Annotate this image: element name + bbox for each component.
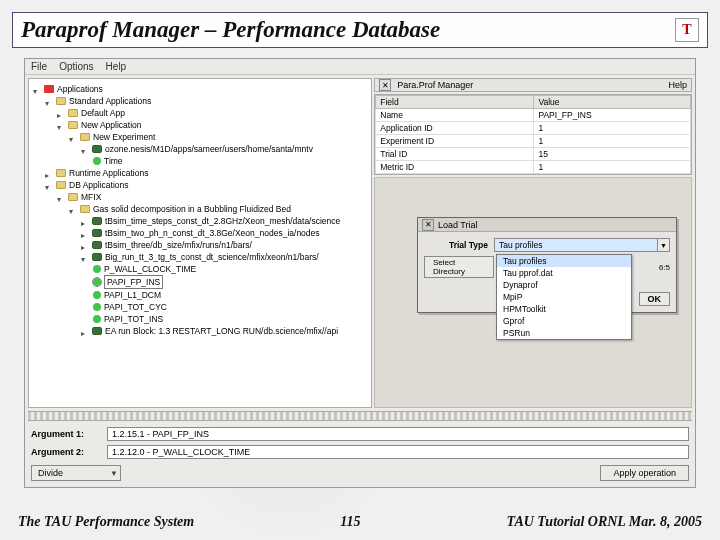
db-icon <box>92 241 102 249</box>
arg1-input[interactable] <box>107 427 689 441</box>
twisty-icon[interactable] <box>81 253 89 261</box>
metric-dot-icon <box>93 265 101 273</box>
metric-dot-icon <box>93 291 101 299</box>
table-row: NamePAPI_FP_INS <box>376 109 691 122</box>
col-value[interactable]: Value <box>534 96 691 109</box>
trial-type-dropdown[interactable]: Tau profiles Tau pprof.dat Dynaprof MpiP… <box>496 254 632 340</box>
folder-icon <box>68 193 78 201</box>
tree-node[interactable]: tBsim_time_steps_const_dt_2.8GHz/Xeon_me… <box>105 215 340 227</box>
menu-help[interactable]: Help <box>106 61 127 72</box>
footer-left: The TAU Performance System <box>18 514 194 530</box>
dropdown-option[interactable]: PSRun <box>497 327 631 339</box>
folder-icon <box>56 97 66 105</box>
twisty-icon[interactable] <box>81 327 89 335</box>
tree-node[interactable]: ozone.nesis/M1D/apps/sameer/users/home/s… <box>105 143 313 155</box>
select-directory-button[interactable]: Select Directory <box>424 256 494 278</box>
db-icon <box>92 217 102 225</box>
tree-node[interactable]: MFIX <box>81 191 101 203</box>
tree-node[interactable]: DB Applications <box>69 179 129 191</box>
metric-dot-icon <box>93 157 101 165</box>
twisty-icon[interactable] <box>69 133 77 141</box>
db-icon <box>92 253 102 261</box>
folder-icon <box>56 169 66 177</box>
tree-node[interactable]: Gas solid decomposition in a Bubbling Fl… <box>93 203 291 215</box>
dropdown-option[interactable]: Tau pprof.dat <box>497 267 631 279</box>
tree-node[interactable]: New Application <box>81 119 141 131</box>
folder-icon <box>68 109 78 117</box>
slide-title-bar: Paraprof Manager – Performance Database … <box>12 12 708 48</box>
db-icon <box>92 327 102 335</box>
tree-node[interactable]: EA run Block: 1.3 RESTART_LONG RUN/db.sc… <box>105 325 338 337</box>
tree-leaf[interactable]: P_WALL_CLOCK_TIME <box>104 263 196 275</box>
twisty-icon[interactable] <box>45 181 53 189</box>
twisty-icon[interactable] <box>57 109 65 117</box>
table-row: Trial ID15 <box>376 148 691 161</box>
resize-separator[interactable] <box>28 411 692 421</box>
trial-type-label: Trial Type <box>424 240 488 250</box>
col-field[interactable]: Field <box>376 96 534 109</box>
screenshot-window: File Options Help Applications Standard … <box>24 58 696 488</box>
tree-pane[interactable]: Applications Standard Applications Defau… <box>28 78 372 408</box>
window-control-icon[interactable]: ✕ <box>379 79 391 91</box>
right-help-label[interactable]: Help <box>668 80 687 90</box>
tree-node[interactable]: Default App <box>81 107 125 119</box>
dropdown-option[interactable]: MpiP <box>497 291 631 303</box>
folder-icon <box>56 181 66 189</box>
tree-node[interactable]: Standard Applications <box>69 95 151 107</box>
dropdown-option[interactable]: Dynaprof <box>497 279 631 291</box>
twisty-icon[interactable] <box>81 145 89 153</box>
operation-selected: Divide <box>38 468 63 478</box>
twisty-icon[interactable] <box>81 229 89 237</box>
dropdown-option[interactable]: Gprof <box>497 315 631 327</box>
arg1-label: Argument 1: <box>31 429 101 439</box>
dropdown-option[interactable]: Tau profiles <box>497 255 631 267</box>
tree-node[interactable]: tBsim_three/db_size/mfix/runs/n1/bars/ <box>105 239 252 251</box>
tree-root[interactable]: Applications <box>57 83 103 95</box>
db-icon <box>92 145 102 153</box>
metric-dot-icon <box>93 303 101 311</box>
twisty-icon[interactable] <box>57 193 65 201</box>
twisty-icon[interactable] <box>45 97 53 105</box>
tree-node[interactable]: tBsim_two_ph_n_const_dt_3.8Ge/Xeon_nodes… <box>105 227 320 239</box>
apply-operation-button[interactable]: Apply operation <box>600 465 689 481</box>
slide-title: Paraprof Manager – Performance Database <box>21 17 440 43</box>
trial-type-selected: Tau profiles <box>499 240 542 250</box>
tree-leaf-selected[interactable]: PAPI_FP_INS <box>104 275 163 289</box>
table-row: Application ID1 <box>376 122 691 135</box>
close-icon[interactable]: ✕ <box>422 219 434 231</box>
menu-file[interactable]: File <box>31 61 47 72</box>
chevron-down-icon[interactable]: ▼ <box>110 469 118 478</box>
right-window-title: Para.Prof Manager <box>397 80 473 90</box>
directory-value: 6:5 <box>659 263 670 272</box>
ok-button[interactable]: OK <box>639 292 671 306</box>
trial-type-combo[interactable]: Tau profiles ▼ <box>494 238 670 252</box>
twisty-icon[interactable] <box>45 169 53 177</box>
menubar: File Options Help <box>25 59 695 75</box>
tree-node[interactable]: Big_run_tt_3_tg_ts_const_dt_science/mfix… <box>105 251 319 263</box>
dropdown-option[interactable]: HPMToolkit <box>497 303 631 315</box>
twisty-icon[interactable] <box>57 121 65 129</box>
tree-leaf[interactable]: PAPI_L1_DCM <box>104 289 161 301</box>
dialog-titlebar[interactable]: ✕ Load Trial <box>418 218 676 232</box>
tree-node[interactable]: Runtime Applications <box>69 167 148 179</box>
tree-leaf[interactable]: Time <box>104 155 123 167</box>
footer-page: 115 <box>340 514 360 530</box>
twisty-icon[interactable] <box>69 205 77 213</box>
metric-dot-icon <box>93 278 101 286</box>
tau-logo: T <box>675 18 699 42</box>
operation-select[interactable]: Divide ▼ <box>31 465 121 481</box>
folder-icon <box>80 205 90 213</box>
menu-options[interactable]: Options <box>59 61 93 72</box>
tree-node[interactable]: New Experiment <box>93 131 155 143</box>
slide-footer: The TAU Performance System 115 TAU Tutor… <box>18 514 702 530</box>
twisty-icon[interactable] <box>81 217 89 225</box>
twisty-icon[interactable] <box>33 85 41 93</box>
arg2-input[interactable] <box>107 445 689 459</box>
load-trial-dialog: ✕ Load Trial Trial Type Tau profiles ▼ T… <box>417 217 677 313</box>
tree-leaf[interactable]: PAPI_TOT_CYC <box>104 301 167 313</box>
chevron-down-icon[interactable]: ▼ <box>657 239 669 251</box>
dialog-title: Load Trial <box>438 220 478 230</box>
tree-leaf[interactable]: PAPI_TOT_INS <box>104 313 163 325</box>
arg2-label: Argument 2: <box>31 447 101 457</box>
twisty-icon[interactable] <box>81 241 89 249</box>
